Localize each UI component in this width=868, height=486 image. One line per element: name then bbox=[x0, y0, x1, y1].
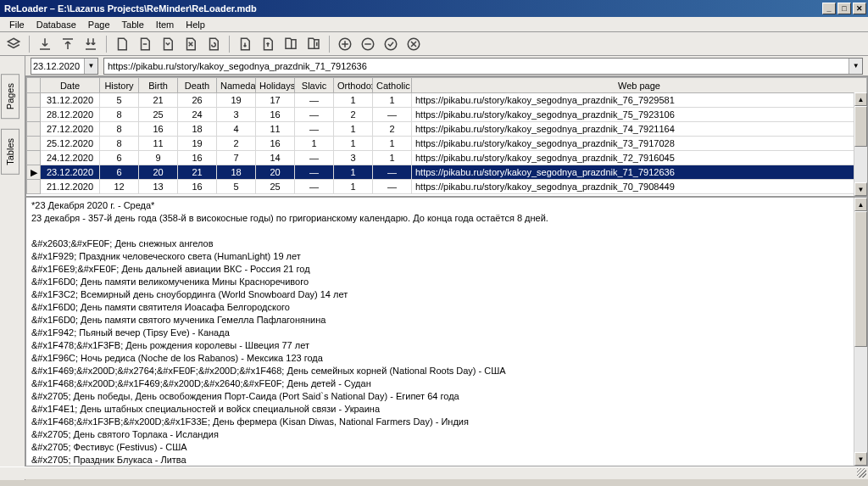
cell-date: 24.12.2020 bbox=[41, 151, 100, 165]
cell-death: 19 bbox=[178, 137, 217, 151]
doc-send-icon[interactable] bbox=[236, 36, 253, 53]
cell-orthodox: 1 bbox=[334, 165, 373, 180]
col-orthodox[interactable]: Orthodox bbox=[334, 78, 373, 93]
table-row[interactable]: 28.12.202082524316—2—https://pikabu.ru/s… bbox=[27, 108, 867, 122]
window-title: ReLoader – E:\Lazarus Projects\ReMinder\… bbox=[2, 3, 821, 14]
remove-circle-icon[interactable] bbox=[359, 36, 376, 53]
download-all-icon[interactable] bbox=[82, 36, 99, 53]
col-date[interactable]: Date bbox=[41, 78, 100, 93]
refresh-doc-icon[interactable] bbox=[205, 36, 222, 53]
cell-date: 27.12.2020 bbox=[41, 122, 100, 137]
cell-birth: 13 bbox=[139, 180, 178, 194]
grid-scrollbar[interactable]: ▲ ▼ bbox=[854, 92, 867, 196]
scroll-up-icon[interactable]: ▲ bbox=[854, 198, 867, 211]
cell-catholic: — bbox=[373, 180, 412, 194]
cell-birth: 11 bbox=[139, 137, 178, 151]
detail-pane[interactable]: *23 Декабря 2020 г. - Среда* 23 декабря … bbox=[25, 197, 868, 466]
col-death[interactable]: Death bbox=[178, 78, 217, 93]
doc-pair-up-icon[interactable] bbox=[305, 36, 322, 53]
cell-orthodox: 1 bbox=[334, 137, 373, 151]
table-row[interactable]: 27.12.202081618411—12https://pikabu.ru/s… bbox=[27, 122, 867, 137]
doc-pair-down-icon[interactable] bbox=[282, 36, 299, 53]
layers-icon[interactable] bbox=[5, 36, 22, 53]
scroll-down-icon[interactable]: ▼ bbox=[854, 452, 867, 466]
cell-marker bbox=[27, 93, 41, 108]
cell-history: 5 bbox=[100, 93, 139, 108]
close-button[interactable]: ✕ bbox=[853, 3, 866, 14]
side-tab-tables[interactable]: Tables bbox=[1, 129, 19, 175]
table-row[interactable]: 24.12.20206916714—31https://pikabu.ru/st… bbox=[27, 151, 867, 165]
status-bar bbox=[0, 466, 868, 479]
cell-marker: ▶ bbox=[27, 165, 41, 180]
confirm-circle-icon[interactable] bbox=[382, 36, 399, 53]
cell-slavic: 1 bbox=[295, 137, 334, 151]
cell-history: 12 bbox=[100, 180, 139, 194]
save-doc-icon[interactable] bbox=[159, 36, 176, 53]
col-catholic[interactable]: Catholic bbox=[373, 78, 412, 93]
col-nameday[interactable]: Nameday bbox=[217, 78, 256, 93]
date-input[interactable] bbox=[31, 61, 84, 71]
cell-birth: 16 bbox=[139, 122, 178, 137]
cell-marker bbox=[27, 108, 41, 122]
detail-scrollbar[interactable]: ▲ ▼ bbox=[854, 198, 867, 466]
cell-date: 28.12.2020 bbox=[41, 108, 100, 122]
table-row[interactable]: ▶23.12.2020620211820—1—https://pikabu.ru… bbox=[27, 165, 867, 180]
cell-nameday: 3 bbox=[217, 108, 256, 122]
cell-death: 16 bbox=[178, 180, 217, 194]
svg-point-3 bbox=[385, 38, 397, 50]
col-holidays[interactable]: Holidays bbox=[256, 78, 295, 93]
scroll-up-icon[interactable]: ▲ bbox=[854, 92, 867, 106]
doc-recv-icon[interactable] bbox=[259, 36, 276, 53]
scroll-down-icon[interactable]: ▼ bbox=[854, 182, 867, 196]
cell-history: 8 bbox=[100, 122, 139, 137]
row-marker-header bbox=[27, 78, 41, 93]
cell-marker bbox=[27, 180, 41, 194]
cell-holidays: 16 bbox=[256, 137, 295, 151]
side-tabs: Pages Tables bbox=[0, 56, 25, 480]
date-picker[interactable]: ▼ bbox=[31, 58, 98, 75]
cell-holidays: 16 bbox=[256, 108, 295, 122]
new-doc-icon[interactable] bbox=[114, 36, 131, 53]
menu-page[interactable]: Page bbox=[82, 19, 116, 31]
svg-marker-0 bbox=[8, 38, 19, 45]
table-row[interactable]: 25.12.202081119216111https://pikabu.ru/s… bbox=[27, 137, 867, 151]
col-webpage[interactable]: Web page bbox=[412, 78, 867, 93]
cell-orthodox: 2 bbox=[334, 108, 373, 122]
menu-item[interactable]: Item bbox=[150, 19, 180, 31]
url-combo[interactable]: ▼ bbox=[103, 58, 863, 75]
col-slavic[interactable]: Slavic bbox=[295, 78, 334, 93]
open-doc-icon[interactable] bbox=[136, 36, 153, 53]
cell-catholic: 1 bbox=[373, 151, 412, 165]
menu-database[interactable]: Database bbox=[31, 19, 82, 31]
table-row[interactable]: 31.12.2020521261917—11https://pikabu.ru/… bbox=[27, 93, 867, 108]
add-circle-icon[interactable] bbox=[337, 36, 353, 53]
cell-slavic: — bbox=[295, 93, 334, 108]
cell-slavic: — bbox=[295, 108, 334, 122]
menu-help[interactable]: Help bbox=[180, 19, 211, 31]
minimize-button[interactable]: _ bbox=[822, 3, 836, 14]
menu-file[interactable]: File bbox=[3, 19, 31, 31]
cell-date: 31.12.2020 bbox=[41, 93, 100, 108]
cell-history: 6 bbox=[100, 151, 139, 165]
cancel-circle-icon[interactable] bbox=[405, 36, 422, 53]
menu-table[interactable]: Table bbox=[116, 19, 150, 31]
col-birth[interactable]: Birth bbox=[139, 78, 178, 93]
table-row[interactable]: 21.12.2020121316525—1—https://pikabu.ru/… bbox=[27, 180, 867, 194]
col-history[interactable]: History bbox=[100, 78, 139, 93]
cell-orthodox: 1 bbox=[334, 93, 373, 108]
side-tab-pages[interactable]: Pages bbox=[1, 74, 19, 119]
cell-death: 26 bbox=[178, 93, 217, 108]
scroll-thumb[interactable] bbox=[854, 106, 867, 147]
download-icon[interactable] bbox=[36, 36, 53, 53]
maximize-button[interactable]: □ bbox=[837, 3, 851, 14]
delete-doc-icon[interactable] bbox=[182, 36, 199, 53]
upload-icon[interactable] bbox=[59, 36, 76, 53]
data-grid[interactable]: Date History Birth Death Nameday Holiday… bbox=[25, 76, 868, 197]
dropdown-icon[interactable]: ▼ bbox=[84, 59, 97, 74]
url-input[interactable] bbox=[104, 61, 849, 71]
dropdown-icon[interactable]: ▼ bbox=[849, 59, 862, 74]
cell-nameday: 7 bbox=[217, 151, 256, 165]
cell-url: https://pikabu.ru/story/kakoy_segodnya_p… bbox=[412, 180, 867, 194]
scroll-thumb[interactable] bbox=[854, 211, 867, 347]
cell-history: 8 bbox=[100, 137, 139, 151]
